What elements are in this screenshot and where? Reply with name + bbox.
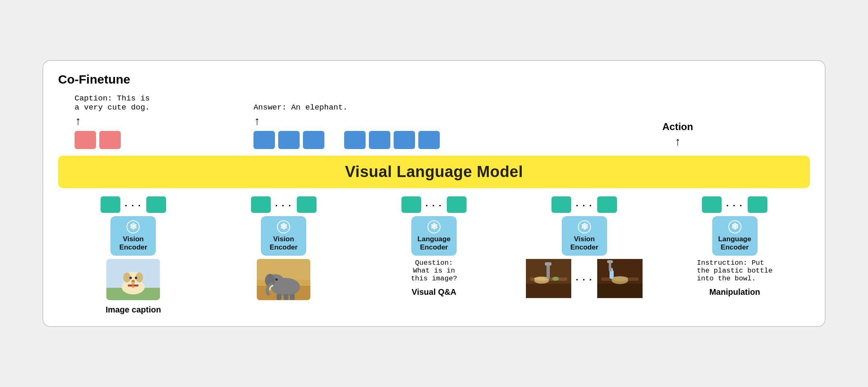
vqa-vision-label: Vision Encoder bbox=[270, 235, 298, 252]
token-pink-2 bbox=[99, 131, 121, 149]
ic-snowflake: ❄ bbox=[127, 220, 140, 233]
svg-point-18 bbox=[275, 278, 278, 281]
token-blue-7 bbox=[418, 131, 440, 149]
qa-arrow: ↑ bbox=[253, 116, 260, 128]
action-arrow: ↑ bbox=[674, 137, 681, 148]
svg-point-8 bbox=[135, 277, 137, 279]
svg-rect-38 bbox=[607, 260, 613, 263]
svg-point-27 bbox=[552, 277, 559, 281]
vqa-question: Question: What is in this image? bbox=[411, 259, 457, 282]
vqa-lang-label: Language Encoder bbox=[418, 235, 450, 252]
vqa-lang-col: ... ❄ Language Encoder Question: What is… bbox=[361, 196, 508, 297]
vqa-lang-encoder: ❄ Language Encoder bbox=[411, 216, 457, 256]
manip-robot-img-2 bbox=[597, 259, 643, 298]
vlm-bar: Visual Language Model bbox=[58, 156, 810, 188]
qa-tokens bbox=[253, 131, 440, 149]
svg-rect-35 bbox=[610, 270, 614, 279]
svg-point-7 bbox=[129, 277, 132, 279]
ic-label: Image caption bbox=[106, 305, 161, 315]
manip-snowflake-2: ❄ bbox=[728, 220, 741, 233]
manip-lang-label: Language Encoder bbox=[718, 235, 751, 252]
manip-teal-tokens-2: ... bbox=[702, 196, 767, 213]
bottom-section: ... ❄ Vision Encoder bbox=[58, 196, 810, 315]
output-section: Caption: This is a very cute dog. ↑ Answ… bbox=[58, 94, 810, 150]
ic-vision-encoder: ❄ Vision Encoder bbox=[110, 216, 156, 256]
token-blue-5 bbox=[369, 131, 390, 149]
svg-rect-19 bbox=[277, 294, 282, 300]
token-pink-1 bbox=[75, 131, 96, 149]
action-output: Action ↑ bbox=[562, 121, 806, 150]
svg-point-11 bbox=[132, 285, 134, 288]
svg-rect-13 bbox=[257, 259, 310, 280]
qa-text: Answer: An elephant. bbox=[253, 103, 347, 112]
token-blue-6 bbox=[394, 131, 415, 149]
manip-vision-col: ... ❄ Vision Encoder bbox=[511, 196, 658, 298]
caption-text: Caption: This is a very cute dog. bbox=[75, 94, 150, 112]
vqa-elephant-image bbox=[257, 259, 310, 300]
manip-lang-col: ... ❄ Language Encoder Instruction: Put … bbox=[661, 196, 808, 297]
vqa-teal-3 bbox=[401, 196, 421, 213]
vqa-teal-1 bbox=[251, 196, 271, 213]
svg-rect-31 bbox=[597, 284, 643, 298]
caption-output: Caption: This is a very cute dog. ↑ bbox=[62, 94, 229, 150]
main-diagram: Co-Finetune Caption: This is a very cute… bbox=[42, 60, 826, 327]
token-blue-4 bbox=[344, 131, 366, 149]
manip-robot-img-1 bbox=[526, 259, 571, 298]
manip-teal-tokens-1: ... bbox=[551, 196, 617, 213]
manip-dots-2: ... bbox=[725, 199, 745, 209]
manip-teal-3 bbox=[702, 196, 722, 213]
svg-rect-23 bbox=[526, 284, 571, 298]
svg-rect-20 bbox=[284, 294, 289, 300]
svg-point-9 bbox=[131, 280, 135, 282]
manip-teal-4 bbox=[748, 196, 767, 213]
vqa-teal-2 bbox=[297, 196, 317, 213]
image-caption-col: ... ❄ Vision Encoder bbox=[60, 196, 207, 315]
manip-label: Manipulation bbox=[709, 287, 760, 297]
elephant-thumbnail bbox=[257, 259, 310, 300]
vqa-vision-col: ... ❄ Vision Encoder bbox=[210, 196, 357, 301]
action-text: Action bbox=[662, 121, 693, 133]
manip-image-dots: ... bbox=[574, 273, 594, 283]
vqa-vision-encoder: ❄ Vision Encoder bbox=[261, 216, 306, 256]
ic-teal-1 bbox=[101, 196, 120, 213]
vqa-label: Visual Q&A bbox=[412, 287, 457, 297]
ic-teal-2 bbox=[146, 196, 166, 213]
ic-dots: ... bbox=[123, 199, 143, 209]
ic-dog-image bbox=[106, 259, 160, 300]
caption-arrow: ↑ bbox=[75, 116, 82, 128]
caption-tokens bbox=[75, 131, 121, 149]
manip-snowflake-1: ❄ bbox=[578, 220, 591, 233]
vqa-dots-1: ... bbox=[274, 199, 294, 209]
vqa-teal-tokens-1: ... bbox=[251, 196, 317, 213]
token-blue-1 bbox=[253, 131, 275, 149]
diagram-title: Co-Finetune bbox=[58, 72, 810, 86]
manip-vision-label: Vision Encoder bbox=[570, 235, 598, 252]
vqa-dots-2: ... bbox=[424, 199, 444, 209]
manip-teal-1 bbox=[551, 196, 571, 213]
robot-thumbnail-1 bbox=[526, 259, 571, 298]
manip-vision-encoder: ❄ Vision Encoder bbox=[562, 216, 607, 256]
token-blue-3 bbox=[303, 131, 324, 149]
manip-images: ... bbox=[526, 259, 643, 298]
vqa-teal-tokens-2: ... bbox=[401, 196, 467, 213]
svg-point-34 bbox=[612, 276, 628, 281]
vqa-snowflake-1: ❄ bbox=[277, 220, 290, 233]
manip-instruction: Instruction: Put the plastic bottle into… bbox=[697, 259, 773, 282]
token-blue-2 bbox=[278, 131, 300, 149]
ic-encoder-label: Vision Encoder bbox=[119, 235, 147, 252]
vqa-teal-4 bbox=[447, 196, 467, 213]
svg-rect-21 bbox=[290, 294, 295, 300]
dog-thumbnail bbox=[106, 259, 160, 300]
manip-dots-1: ... bbox=[574, 199, 594, 209]
qa-output: Answer: An elephant. ↑ bbox=[229, 103, 562, 150]
svg-rect-29 bbox=[545, 262, 551, 266]
manip-teal-2 bbox=[597, 196, 617, 213]
vqa-snowflake-2: ❄ bbox=[427, 220, 441, 233]
ic-teal-tokens: ... bbox=[101, 196, 166, 213]
manip-lang-encoder: ❄ Language Encoder bbox=[712, 216, 758, 256]
robot-thumbnail-2 bbox=[597, 259, 643, 298]
